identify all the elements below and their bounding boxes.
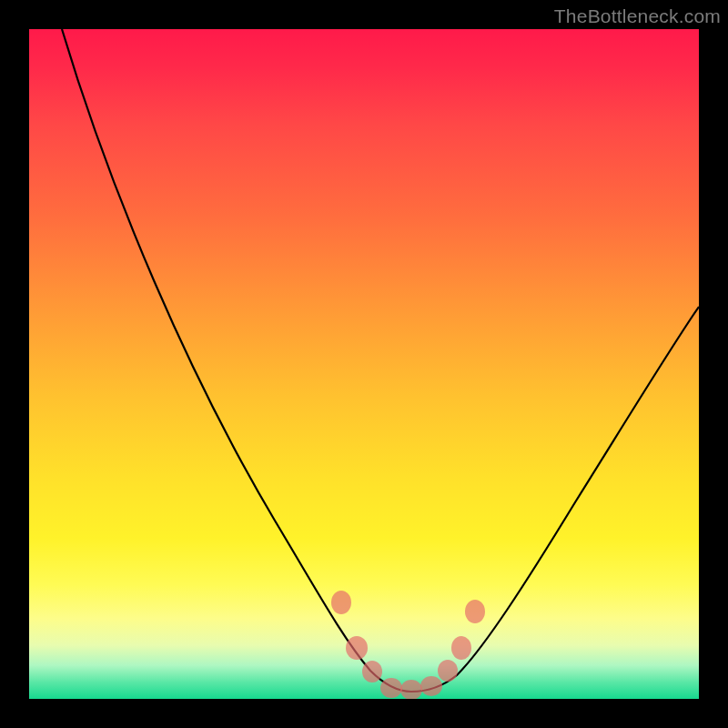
marker-point bbox=[362, 661, 382, 682]
marker-point bbox=[420, 676, 442, 696]
marker-point bbox=[438, 660, 458, 682]
marker-point bbox=[400, 680, 422, 699]
curve-right bbox=[411, 307, 699, 692]
marker-point bbox=[465, 600, 485, 623]
watermark-text: TheBottleneck.com bbox=[554, 5, 721, 27]
marker-point bbox=[331, 591, 351, 614]
bottleneck-curve bbox=[29, 29, 699, 699]
marker-point bbox=[346, 636, 368, 660]
plot-area bbox=[29, 29, 699, 699]
marker-point bbox=[451, 636, 471, 660]
curve-left bbox=[62, 29, 411, 692]
markers bbox=[331, 591, 485, 699]
chart-frame: TheBottleneck.com bbox=[0, 0, 728, 728]
marker-point bbox=[380, 678, 402, 698]
